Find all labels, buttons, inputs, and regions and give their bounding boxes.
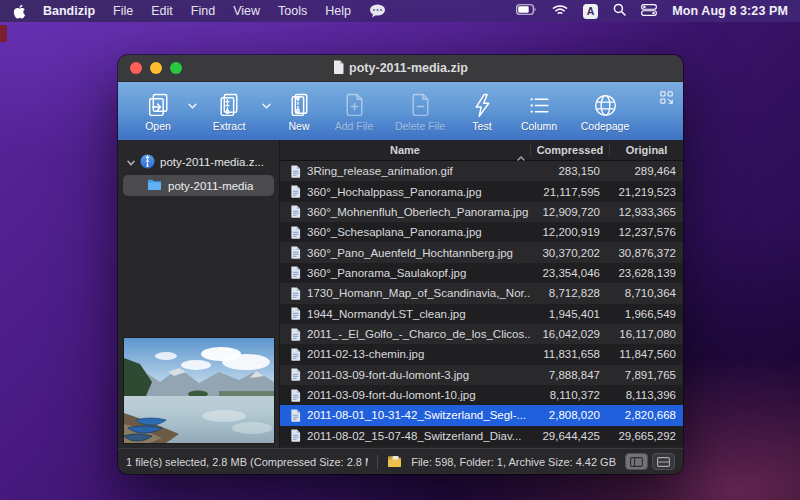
menu-bar-clock[interactable]: Mon Aug 8 3:23 PM (672, 4, 788, 18)
toolbar-customize-icon[interactable] (660, 90, 673, 108)
table-row[interactable]: 2011_-_El_Golfo_-_Charco_de_los_Clicos..… (280, 324, 683, 344)
minimize-button[interactable] (150, 62, 162, 74)
sidebar-item-archive-root[interactable]: poty-2011-media.z... (118, 152, 279, 172)
compressed-size: 283,150 (530, 165, 610, 177)
table-row[interactable]: 360°_Mohnenfluh_Oberlech_Panorama.jpg 12… (280, 202, 683, 222)
toolbar-new-label: New (288, 120, 309, 132)
table-row[interactable]: 360°_Hochalppass_Panorama.jpg 21,117,595… (280, 181, 683, 201)
toolbar-extract-button[interactable]: Extract (200, 92, 258, 132)
original-size: 23,628,139 (610, 267, 683, 279)
compressed-size: 30,370,202 (530, 247, 610, 259)
compressed-size: 23,354,046 (530, 267, 610, 279)
file-name: 360°_Schesaplana_Panorama.jpg (307, 226, 482, 238)
file-icon (290, 165, 301, 178)
table-row[interactable]: 1730_Homann_Map_of_Scandinavia,_Nor... 8… (280, 283, 683, 303)
selection-status-text: 1 file(s) selected, 2.8 MB (Compressed S… (126, 456, 368, 468)
chevron-down-icon[interactable] (127, 156, 135, 168)
table-row[interactable]: 360°_Pano_Auenfeld_Hochtannberg.jpg 30,3… (280, 242, 683, 262)
original-size: 29,665,292 (610, 430, 683, 442)
toolbar-column-button[interactable]: Column (508, 92, 570, 132)
title-bar[interactable]: poty-2011-media.zip (118, 55, 683, 82)
open-dropdown-chevron-icon[interactable] (184, 103, 200, 109)
control-center-icon[interactable] (641, 4, 657, 19)
sidebar-item-folder-selected[interactable]: poty-2011-media (123, 175, 274, 196)
sort-ascending-icon (517, 151, 525, 163)
toolbar-test-button[interactable]: Test (456, 92, 508, 132)
menu-edit[interactable]: Edit (151, 4, 173, 18)
original-size: 289,464 (610, 165, 683, 177)
column-header-compressed[interactable]: Compressed (530, 144, 610, 156)
file-icon (290, 246, 301, 259)
close-button[interactable] (130, 62, 142, 74)
layout-sidebar-toggle[interactable] (625, 453, 648, 470)
menu-help[interactable]: Help (325, 4, 351, 18)
original-size: 16,117,080 (610, 328, 683, 340)
file-name: 360°_Panorama_Saulakopf.jpg (307, 267, 466, 279)
menu-find[interactable]: Find (191, 4, 215, 18)
folder-status-icon (387, 455, 402, 468)
table-row[interactable]: 2011-03-09-fort-du-lomont-3.jpg 7,888,84… (280, 365, 683, 385)
table-row[interactable]: 1944_NormandyLST_clean.jpg 1,945,401 1,9… (280, 304, 683, 324)
document-icon (333, 60, 344, 77)
layout-split-toggle[interactable] (652, 453, 675, 470)
menu-bar: Bandizip File Edit Find View Tools Help (0, 0, 800, 22)
chat-bubble-icon[interactable] (369, 4, 386, 18)
battery-icon[interactable] (516, 4, 537, 18)
file-name: 1730_Homann_Map_of_Scandinavia,_Nor... (307, 287, 530, 299)
menu-view[interactable]: View (233, 4, 260, 18)
table-row[interactable]: 2011-03-09-fort-du-lomont-10.jpg 8,110,3… (280, 385, 683, 405)
status-bar: 1 file(s) selected, 2.8 MB (Compressed S… (118, 448, 683, 474)
original-size: 30,876,372 (610, 247, 683, 259)
table-row[interactable]: 360°_Schesaplana_Panorama.jpg 12,200,919… (280, 222, 683, 242)
toolbar-extract-label: Extract (213, 120, 246, 132)
compressed-size: 8,712,828 (530, 287, 610, 299)
window-title: poty-2011-media.zip (349, 61, 468, 75)
wallpaper-accent (0, 25, 7, 42)
table-row[interactable]: 2011-02-13-chemin.jpg 11,831,658 11,847,… (280, 344, 683, 364)
file-name: 2011_-_El_Golfo_-_Charco_de_los_Clicos..… (307, 328, 530, 340)
compressed-size: 16,042,029 (530, 328, 610, 340)
compressed-size: 29,644,425 (530, 430, 610, 442)
sidebar: poty-2011-media.z... poty-2011-media (118, 140, 280, 448)
extract-dropdown-chevron-icon[interactable] (258, 103, 274, 109)
file-name: 2011-08-02_15-07-48_Switzerland_Diav... (307, 430, 521, 442)
original-size: 11,847,560 (610, 348, 683, 360)
original-size: 1,966,549 (610, 308, 683, 320)
compressed-size: 12,200,919 (530, 226, 610, 238)
zoom-button[interactable] (170, 62, 182, 74)
table-row[interactable]: 3Ring_release_animation.gif 283,150 289,… (280, 161, 683, 181)
input-source-icon[interactable]: A (583, 4, 598, 19)
file-icon (290, 429, 301, 442)
compressed-size: 21,117,595 (530, 186, 610, 198)
original-size: 12,933,365 (610, 206, 683, 218)
column-header-original[interactable]: Original (610, 144, 683, 156)
desktop: Bandizip File Edit Find View Tools Help (0, 0, 800, 500)
toolbar-open-button[interactable]: Open (132, 92, 184, 132)
toolbar: Open Extract (118, 82, 683, 140)
file-icon (290, 409, 301, 422)
toolbar-delete-file-button: Delete File (384, 92, 456, 132)
file-icon (290, 226, 301, 239)
table-row[interactable]: 360°_Panorama_Saulakopf.jpg 23,354,046 2… (280, 263, 683, 283)
spotlight-search-icon[interactable] (613, 3, 626, 19)
apple-menu-icon[interactable] (12, 4, 25, 19)
toolbar-codepage-button[interactable]: Codepage (570, 92, 640, 132)
table-row[interactable]: 2011-08-02_15-07-48_Switzerland_Diav... … (280, 426, 683, 446)
table-body[interactable]: 3Ring_release_animation.gif 283,150 289,… (280, 161, 683, 448)
file-icon (290, 348, 301, 361)
toolbar-test-label: Test (472, 120, 491, 132)
original-size: 8,113,396 (610, 389, 683, 401)
menu-tools[interactable]: Tools (278, 4, 307, 18)
toolbar-add-file-label: Add File (335, 120, 374, 132)
wifi-icon[interactable] (552, 4, 568, 19)
column-header-name[interactable]: Name (280, 144, 530, 156)
menu-app-name[interactable]: Bandizip (43, 4, 95, 18)
window-content: poty-2011-media.z... poty-2011-media (118, 140, 683, 448)
file-icon (290, 266, 301, 279)
table-row[interactable]: 2011-08-01_10-31-42_Switzerland_Segl-...… (280, 405, 683, 425)
compressed-size: 2,808,020 (530, 409, 610, 421)
toolbar-open-label: Open (145, 120, 171, 132)
file-icon (290, 185, 301, 198)
toolbar-new-button[interactable]: New (274, 92, 324, 132)
menu-file[interactable]: File (113, 4, 133, 18)
